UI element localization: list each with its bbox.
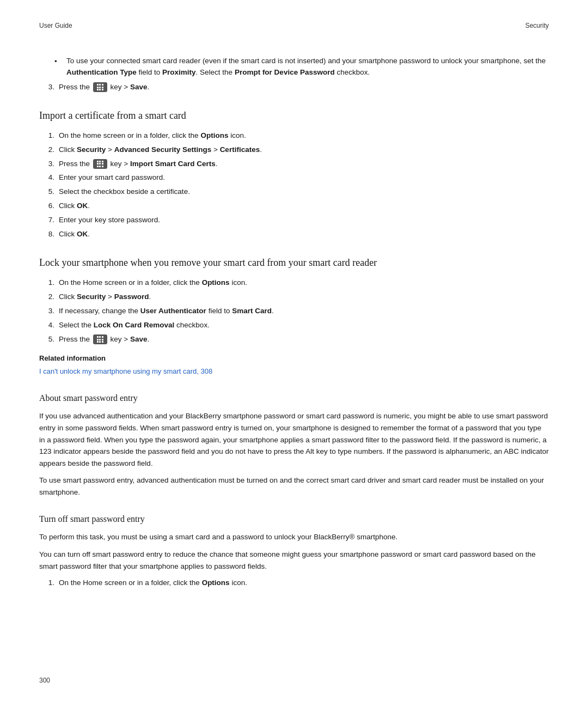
- related-info-link[interactable]: I can't unlock my smartphone using my sm…: [39, 367, 212, 375]
- step-3-save: 3. Press the key > Save.: [39, 82, 549, 93]
- turn-off-para1: To perform this task, you must be using …: [39, 531, 549, 543]
- step-text: On the Home screen or in a folder, click…: [59, 577, 549, 589]
- header-right: Security: [525, 22, 549, 29]
- turn-off-steps: 1. On the Home screen or in a folder, cl…: [39, 577, 549, 589]
- bullet-item: • To use your connected smart card reade…: [54, 56, 549, 78]
- bullet-dot: •: [54, 56, 63, 68]
- import-steps: 1. On the home screen or in a folder, cl…: [39, 130, 549, 240]
- step-item: 7. Enter your key store password.: [39, 215, 549, 226]
- step-number: 3.: [39, 82, 54, 93]
- step-item: 5. Press the key > Save.: [39, 334, 549, 345]
- page-header: User Guide Security: [39, 22, 549, 29]
- step-text: Enter your smart card password.: [59, 172, 549, 184]
- step-text: If necessary, change the User Authentica…: [59, 306, 549, 317]
- step-text: On the Home screen or in a folder, click…: [59, 277, 549, 289]
- related-info: Related information I can't unlock my sm…: [39, 353, 549, 378]
- section-import-title: Import a certificate from a smart card: [39, 108, 549, 124]
- related-info-label: Related information: [39, 353, 549, 364]
- step-item: 3. Press the key > Import Smart Card Cer…: [39, 159, 549, 170]
- menu-key-icon: [93, 334, 107, 344]
- step-number: 2.: [39, 144, 54, 156]
- section-smart-password-title: About smart password entry: [39, 392, 549, 405]
- step-number: 2.: [39, 291, 54, 303]
- step-item: 8. Click OK.: [39, 229, 549, 240]
- step-number: 7.: [39, 215, 54, 226]
- intro-bullets: • To use your connected smart card reade…: [39, 56, 549, 78]
- page-content: • To use your connected smart card reade…: [39, 56, 549, 589]
- step-text: Select the Lock On Card Removal checkbox…: [59, 320, 549, 331]
- page-number: 300: [39, 677, 50, 684]
- step-item: 4. Select the Lock On Card Removal check…: [39, 320, 549, 331]
- grid-icon: [96, 160, 105, 168]
- grid-icon: [96, 335, 105, 344]
- lock-steps: 1. On the Home screen or in a folder, cl…: [39, 277, 549, 345]
- step-item: 2. Click Security > Password.: [39, 291, 549, 303]
- step-item: 2. Click Security > Advanced Security Se…: [39, 144, 549, 156]
- step-item: 4. Enter your smart card password.: [39, 172, 549, 184]
- step-item: 6. Click OK.: [39, 200, 549, 212]
- step-number: 1.: [39, 277, 54, 289]
- step-number: 4.: [39, 172, 54, 184]
- grid-icon: [96, 83, 105, 92]
- header-left: User Guide: [39, 22, 72, 29]
- step-number: 4.: [39, 320, 54, 331]
- step-item: 1. On the home screen or in a folder, cl…: [39, 130, 549, 142]
- step-text: Click OK.: [59, 229, 549, 240]
- smart-password-para2: To use smart password entry, advanced au…: [39, 474, 549, 498]
- step-number: 1.: [39, 130, 54, 142]
- menu-key-icon: [93, 159, 107, 169]
- step-number: 8.: [39, 229, 54, 240]
- step-number: 3.: [39, 306, 54, 317]
- step-text: Press the key > Save.: [59, 334, 549, 345]
- step-text: On the home screen or in a folder, click…: [59, 130, 549, 142]
- step-item: 3. If necessary, change the User Authent…: [39, 306, 549, 317]
- step-text: Click Security > Password.: [59, 291, 549, 303]
- step-item: 5. Select the checkbox beside a certific…: [39, 186, 549, 198]
- section-lock-title: Lock your smartphone when you remove you…: [39, 255, 549, 271]
- section-turn-off-title: Turn off smart password entry: [39, 513, 549, 526]
- step-number: 5.: [39, 186, 54, 198]
- smart-password-para1: If you use advanced authentication and y…: [39, 410, 549, 469]
- bullet-text: To use your connected smart card reader …: [66, 56, 549, 78]
- step-text: Click Security > Advanced Security Setti…: [59, 144, 549, 156]
- step-item: 3. Press the key > Save.: [39, 82, 549, 93]
- step-text: Click OK.: [59, 200, 549, 212]
- menu-key-icon: [93, 82, 107, 92]
- step-text: Press the key > Import Smart Card Certs.: [59, 159, 549, 170]
- step-number: 5.: [39, 334, 54, 345]
- step-number: 3.: [39, 159, 54, 170]
- step-item: 1. On the Home screen or in a folder, cl…: [39, 277, 549, 289]
- step-number: 1.: [39, 577, 54, 589]
- step-text: Press the key > Save.: [59, 82, 549, 93]
- turn-off-para2: You can turn off smart password entry to…: [39, 549, 549, 572]
- step-text: Enter your key store password.: [59, 215, 549, 226]
- step-number: 6.: [39, 200, 54, 212]
- step-item: 1. On the Home screen or in a folder, cl…: [39, 577, 549, 589]
- step-text: Select the checkbox beside a certificate…: [59, 186, 549, 198]
